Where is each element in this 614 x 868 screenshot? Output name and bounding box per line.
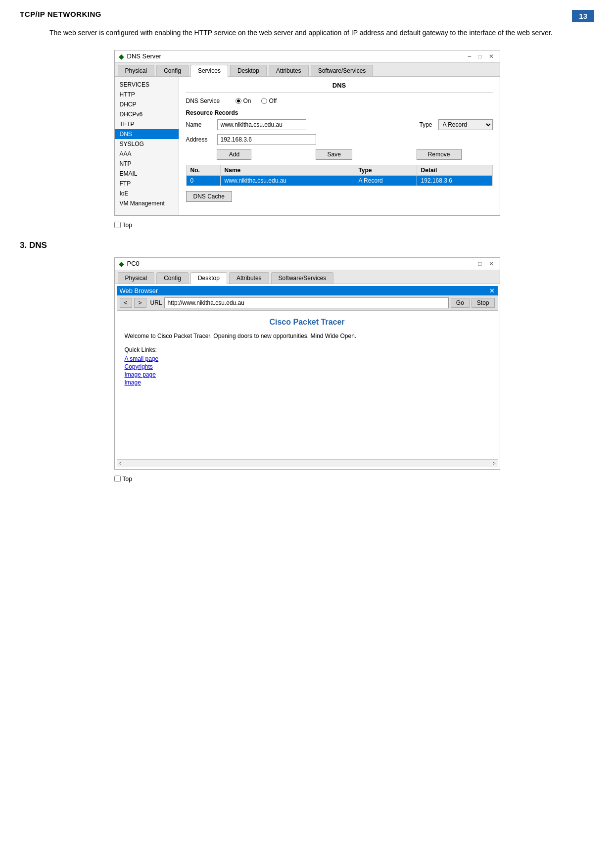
pc-tab-attributes[interactable]: Attributes: [229, 272, 269, 284]
tab-software-services[interactable]: Software/Services: [311, 65, 374, 76]
browser-welcome-text: Welcome to Cisco Packet Tracer. Opening …: [125, 333, 490, 339]
col-name: Name: [220, 165, 354, 175]
pc-top-checkbox[interactable]: [114, 476, 121, 482]
pc-close-button[interactable]: ✕: [487, 260, 496, 267]
name-row: Name Type A Record: [186, 119, 493, 130]
cell-type: A Record: [354, 175, 417, 186]
browser-page-title: Cisco Packet Tracer: [125, 318, 490, 327]
forward-button[interactable]: >: [134, 298, 146, 308]
url-label: URL: [150, 299, 162, 306]
radio-on[interactable]: On: [236, 97, 251, 104]
dns-section-title: DNS: [186, 82, 493, 93]
type-label: Type: [419, 121, 432, 128]
stop-button[interactable]: Stop: [472, 298, 495, 308]
webbrowser-close-button[interactable]: ✕: [489, 287, 495, 294]
dns-window-titlebar: ◆ DNS Server – □ ✕: [115, 50, 500, 63]
remove-button[interactable]: Remove: [417, 149, 462, 160]
address-row: Address: [186, 134, 493, 145]
col-type: Type: [354, 165, 417, 175]
sidebar-item-syslog[interactable]: SYSLOG: [115, 139, 179, 149]
cell-detail: 192.168.3.6: [417, 175, 492, 186]
cell-name: www.nikitha.csu.edu.au: [220, 175, 354, 186]
webbrowser-navbar: < > URL Go Stop: [117, 295, 498, 311]
pc-tab-software-services[interactable]: Software/Services: [271, 272, 334, 284]
col-no: No.: [186, 165, 220, 175]
sidebar-item-dns[interactable]: DNS: [115, 129, 179, 139]
dns-top-label: Top: [123, 222, 132, 229]
radio-off-btn: [261, 98, 267, 104]
webbrowser-titlebar: Web Browser ✕: [117, 286, 498, 295]
sidebar-item-email[interactable]: EMAIL: [115, 169, 179, 179]
sidebar-item-aaa[interactable]: AAA: [115, 149, 179, 159]
sidebar-item-http[interactable]: HTTP: [115, 90, 179, 99]
link-image-page[interactable]: Image page: [125, 371, 490, 378]
dns-cache-button[interactable]: DNS Cache: [186, 191, 232, 202]
address-input[interactable]: [217, 134, 316, 145]
pc-tab-physical[interactable]: Physical: [118, 272, 155, 284]
sidebar-item-ftp[interactable]: FTP: [115, 179, 179, 189]
dns-top-row: Top: [114, 222, 500, 229]
dns-top-checkbox[interactable]: [114, 222, 121, 228]
sidebar-item-vm-management[interactable]: VM Management: [115, 198, 179, 208]
tab-config[interactable]: Config: [156, 65, 189, 76]
cell-no: 0: [186, 175, 220, 186]
pc-body: Web Browser ✕ < > URL Go Stop Cisco Pack…: [115, 284, 500, 469]
sidebar-item-tftp[interactable]: TFTP: [115, 119, 179, 129]
pc-top-row: Top: [114, 476, 500, 482]
pc-tabs-bar: Physical Config Desktop Attributes Softw…: [115, 270, 500, 284]
link-small-page[interactable]: A small page: [125, 355, 490, 362]
pc-minimize-button[interactable]: –: [466, 260, 473, 267]
webbrowser-title: Web Browser: [120, 287, 158, 294]
service-label: DNS Service: [186, 97, 226, 104]
scroll-left-arrow[interactable]: <: [119, 461, 122, 466]
radio-on-btn: [236, 98, 241, 104]
minimize-button[interactable]: –: [466, 53, 473, 60]
radio-off[interactable]: Off: [261, 97, 277, 104]
dns-window-body: SERVICES HTTP DHCP DHCPv6 TFTP DNS SYSLO…: [115, 77, 500, 215]
sidebar-item-ntp[interactable]: NTP: [115, 159, 179, 169]
name-label: Name: [186, 121, 213, 128]
table-row[interactable]: 0 www.nikitha.csu.edu.au A Record 192.16…: [186, 175, 492, 186]
sidebar-item-services[interactable]: SERVICES: [115, 80, 179, 90]
pc-window-controls: – □ ✕: [466, 260, 496, 267]
link-image[interactable]: Image: [125, 379, 490, 386]
go-button[interactable]: Go: [451, 298, 470, 308]
sidebar-item-dhcp[interactable]: DHCP: [115, 99, 179, 109]
sidebar-item-dhcpv6[interactable]: DHCPv6: [115, 109, 179, 119]
pc-tab-config[interactable]: Config: [156, 272, 189, 284]
pc-maximize-button[interactable]: □: [476, 260, 483, 267]
name-input[interactable]: [217, 119, 306, 130]
section3-heading: 3. DNS: [20, 241, 594, 250]
tab-attributes[interactable]: Attributes: [269, 65, 309, 76]
scroll-right-arrow[interactable]: >: [493, 461, 496, 466]
close-button[interactable]: ✕: [487, 53, 496, 60]
tab-desktop[interactable]: Desktop: [230, 65, 267, 76]
maximize-button[interactable]: □: [476, 53, 483, 60]
intro-paragraph: The web server is configured with enabli…: [20, 27, 594, 39]
tab-services[interactable]: Services: [190, 65, 228, 77]
page-number: 13: [572, 10, 594, 22]
link-copyrights[interactable]: Copyrights: [125, 363, 490, 370]
radio-group: On Off: [236, 97, 277, 104]
pc-tab-desktop[interactable]: Desktop: [190, 272, 227, 284]
pc-top-label: Top: [123, 476, 132, 482]
dns-server-window: ◆ DNS Server – □ ✕ Physical Config Servi…: [114, 50, 500, 216]
dns-window-title: ◆ DNS Server: [119, 52, 161, 60]
dns-tabs-bar: Physical Config Services Desktop Attribu…: [115, 63, 500, 77]
browser-content-area: Cisco Packet Tracer Welcome to Cisco Pac…: [117, 311, 498, 459]
dns-main-content: DNS DNS Service On Off Resource Records: [179, 77, 500, 215]
tab-physical[interactable]: Physical: [118, 65, 155, 76]
service-row: DNS Service On Off: [186, 97, 493, 104]
dns-window-controls: – □ ✕: [466, 53, 496, 60]
back-button[interactable]: <: [120, 298, 132, 308]
pc-window: ◆ PC0 – □ ✕ Physical Config Desktop Attr…: [114, 257, 500, 470]
dns-window-title-text: DNS Server: [127, 52, 161, 60]
type-select[interactable]: A Record: [438, 119, 493, 130]
url-input[interactable]: [164, 297, 449, 308]
save-button[interactable]: Save: [316, 149, 352, 160]
sidebar-item-ioe[interactable]: IoE: [115, 189, 179, 198]
dns-sidebar: SERVICES HTTP DHCP DHCPv6 TFTP DNS SYSLO…: [115, 77, 179, 215]
pc-window-titlebar: ◆ PC0 – □ ✕: [115, 258, 500, 270]
resource-records-label: Resource Records: [186, 109, 493, 116]
add-button[interactable]: Add: [217, 149, 251, 160]
